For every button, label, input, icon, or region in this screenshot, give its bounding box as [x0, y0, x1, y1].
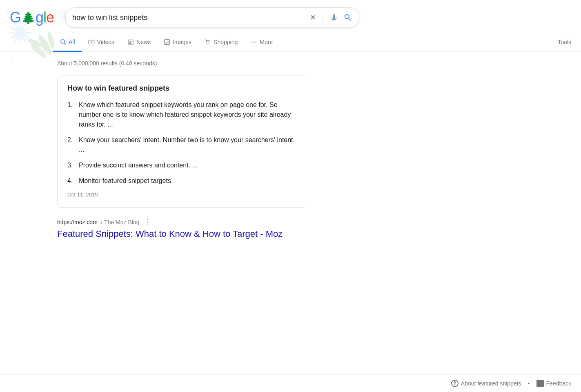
- result-more-icon[interactable]: ⋮: [144, 218, 151, 227]
- svg-marker-23: [91, 41, 92, 43]
- about-snippets-icon: ?: [451, 380, 459, 387]
- about-snippets-label: About featured snippets: [461, 380, 521, 387]
- svg-point-29: [166, 41, 167, 42]
- more-icon: [251, 39, 257, 45]
- google-logo[interactable]: G 🌲 g l e: [10, 9, 54, 26]
- tab-more[interactable]: More: [244, 33, 279, 51]
- logo-letter-g2: g: [36, 9, 43, 26]
- videos-icon: [88, 39, 95, 45]
- search-divider: [323, 13, 323, 22]
- bottom-dot: •: [528, 380, 530, 387]
- svg-point-32: [252, 42, 253, 43]
- item-text-4: Monitor featured snippet targets.: [79, 176, 173, 186]
- svg-point-30: [207, 44, 207, 44]
- search-result: https://moz.com › The Moz Blog ⋮ Feature…: [57, 218, 306, 240]
- main-content: About 5,000,000 results (0.48 seconds) H…: [0, 52, 306, 250]
- snippet-title: How to win featured snippets: [67, 84, 296, 93]
- list-item: 3. Provide succinct answers and content.…: [67, 160, 296, 170]
- item-text-2: Know your searchers' intent. Number two …: [79, 135, 296, 155]
- item-text-1: Know which featured snippet keywords you…: [79, 100, 296, 129]
- featured-snippet: How to win featured snippets 1. Know whi…: [57, 76, 306, 208]
- list-item: 2. Know your searchers' intent. Number t…: [67, 135, 296, 155]
- list-item: 1. Know which featured snippet keywords …: [67, 100, 296, 129]
- search-bar-wrapper: ✕: [65, 7, 359, 28]
- header: G 🌲 g l e ✕: [0, 0, 581, 33]
- tab-shopping[interactable]: Shopping: [198, 33, 244, 51]
- item-number-2: 2.: [67, 135, 76, 145]
- svg-point-34: [256, 42, 257, 43]
- all-icon: [60, 38, 66, 45]
- tab-all-label: All: [69, 38, 75, 45]
- clear-icon[interactable]: ✕: [310, 13, 316, 22]
- search-input[interactable]: [72, 13, 310, 22]
- tab-shopping-label: Shopping: [214, 39, 238, 45]
- tab-images-label: Images: [173, 39, 191, 45]
- list-item: 4. Monitor featured snippet targets.: [67, 176, 296, 186]
- item-number-3: 3.: [67, 160, 76, 170]
- snippet-date: Oct 11, 2019: [67, 192, 296, 198]
- tab-news-label: News: [136, 39, 151, 45]
- svg-line-21: [64, 43, 66, 45]
- svg-point-33: [254, 42, 255, 43]
- feedback-icon: !: [536, 380, 544, 387]
- tab-images[interactable]: Images: [157, 33, 198, 51]
- tab-news[interactable]: News: [121, 33, 157, 51]
- logo-pinecone: 🌲: [21, 11, 35, 24]
- item-number-4: 4.: [67, 176, 76, 186]
- result-url-row: https://moz.com › The Moz Blog ⋮: [57, 218, 306, 227]
- news-icon: [127, 39, 134, 45]
- feedback-label: Feedback: [546, 380, 571, 387]
- search-bar: ✕: [65, 7, 359, 28]
- images-icon: [164, 39, 170, 45]
- logo-letter-g: G: [10, 9, 21, 26]
- item-text-3: Provide succinct answers and content. ..…: [79, 160, 198, 170]
- svg-point-31: [209, 44, 209, 44]
- search-icons: ✕: [310, 13, 352, 22]
- tools-label: Tools: [558, 39, 571, 45]
- logo-letter-l: l: [43, 9, 46, 26]
- search-button-icon[interactable]: [343, 13, 352, 22]
- bottom-bar: ? About featured snippets • ! Feedback: [0, 374, 581, 392]
- about-snippets-link[interactable]: ? About featured snippets: [451, 380, 521, 387]
- results-count: About 5,000,000 results (0.48 seconds): [57, 60, 306, 67]
- logo-letter-e: e: [46, 9, 54, 26]
- snippet-list: 1. Know which featured snippet keywords …: [67, 100, 296, 186]
- item-number-1: 1.: [67, 100, 76, 110]
- mic-icon[interactable]: [329, 13, 338, 22]
- shopping-icon: [205, 39, 211, 45]
- nav-tabs: All Videos News: [0, 33, 581, 52]
- result-title[interactable]: Featured Snippets: What to Know & How to…: [57, 228, 306, 240]
- tab-more-label: More: [260, 39, 273, 45]
- tab-videos-label: Videos: [97, 39, 115, 45]
- tab-tools[interactable]: Tools: [551, 33, 581, 51]
- result-breadcrumb: › The Moz Blog: [101, 219, 140, 225]
- tab-all[interactable]: All: [53, 33, 82, 52]
- result-url: https://moz.com: [57, 219, 98, 225]
- feedback-link[interactable]: ! Feedback: [536, 380, 571, 387]
- tab-videos[interactable]: Videos: [82, 33, 121, 51]
